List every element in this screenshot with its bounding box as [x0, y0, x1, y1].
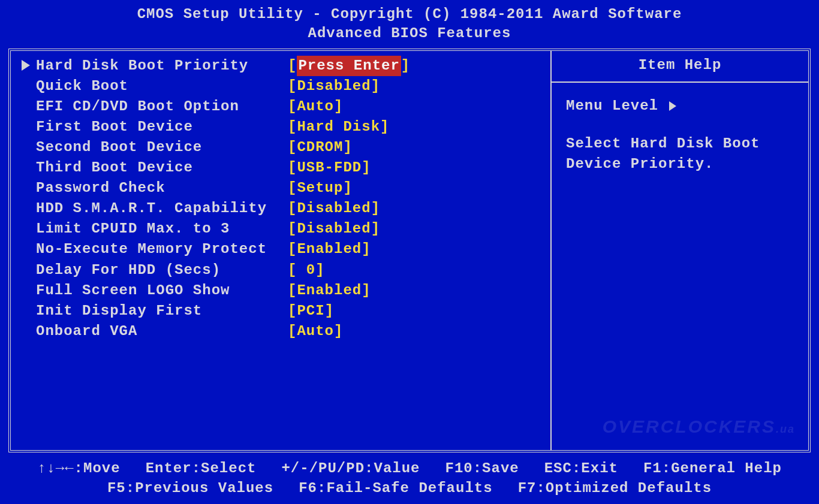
bracket-open: [: [288, 158, 297, 178]
key-legend: ↑↓→←:Move Enter:Select +/-/PU/PD:Value F…: [0, 458, 819, 498]
bracket-open: [: [288, 178, 297, 198]
setting-label: Full Screen LOGO Show: [36, 280, 288, 301]
setting-row[interactable]: HDD S.M.A.R.T. Capability[Disabled]: [16, 198, 546, 219]
bracket-open: [: [288, 137, 297, 158]
selection-cursor-icon: [16, 56, 36, 76]
setting-row[interactable]: Limit CPUID Max. to 3[Disabled]: [16, 219, 546, 239]
bracket-open: [: [288, 301, 297, 321]
bracket-close: ]: [401, 56, 410, 76]
setting-value[interactable]: 0: [297, 260, 315, 280]
setting-label: No-Execute Memory Protect: [36, 239, 288, 259]
hint-help: F1:General Help: [643, 458, 782, 478]
setting-row[interactable]: Quick Boot[Disabled]: [16, 76, 546, 96]
help-title: Item Help: [552, 51, 808, 83]
setting-row[interactable]: Second Boot Device[CDROM]: [16, 137, 546, 158]
setting-row[interactable]: Init Display First[PCI]: [16, 301, 546, 321]
menu-level-row: Menu Level: [566, 96, 797, 117]
bracket-close: ]: [343, 137, 352, 158]
hint-value: +/-/PU/PD:Value: [281, 458, 420, 478]
setting-row[interactable]: EFI CD/DVD Boot Option[Auto]: [16, 96, 546, 117]
setting-value[interactable]: Press Enter: [297, 56, 401, 76]
bracket-close: ]: [371, 198, 380, 219]
setting-label: Limit CPUID Max. to 3: [36, 219, 288, 239]
bracket-close: ]: [343, 178, 352, 198]
help-pane: Item Help Menu Level Select Hard Disk Bo…: [552, 51, 808, 450]
header-line-2: Advanced BIOS Features: [0, 24, 819, 43]
hint-previous: F5:Previous Values: [107, 478, 273, 498]
bracket-open: [: [288, 321, 297, 342]
setting-value[interactable]: Enabled: [297, 280, 362, 301]
setting-row[interactable]: No-Execute Memory Protect[Enabled]: [16, 239, 546, 259]
setting-row[interactable]: Onboard VGA[Auto]: [16, 321, 546, 342]
setting-label: Delay For HDD (Secs): [36, 260, 288, 280]
settings-pane: Hard Disk Boot Priority[Press Enter]Quic…: [11, 51, 552, 450]
setting-label: Second Boot Device: [36, 137, 288, 158]
setting-label: First Boot Device: [36, 117, 288, 137]
bracket-close: ]: [315, 260, 324, 280]
setting-value[interactable]: CDROM: [297, 137, 343, 158]
bracket-close: ]: [380, 117, 389, 137]
setting-label: Hard Disk Boot Priority: [36, 56, 288, 76]
hint-optimized: F7:Optimized Defaults: [518, 478, 712, 498]
setting-value[interactable]: Disabled: [297, 76, 371, 96]
bracket-open: [: [288, 96, 297, 117]
setting-label: Third Boot Device: [36, 158, 288, 178]
setting-label: EFI CD/DVD Boot Option: [36, 96, 288, 117]
setting-label: Quick Boot: [36, 76, 288, 96]
hint-save: F10:Save: [445, 458, 519, 478]
setting-value[interactable]: Hard Disk: [297, 117, 380, 137]
setting-value[interactable]: Auto: [297, 321, 334, 342]
key-legend-line-2: F5:Previous Values F6:Fail-Safe Defaults…: [0, 478, 819, 498]
bracket-close: ]: [334, 321, 343, 342]
header-line-1: CMOS Setup Utility - Copyright (C) 1984-…: [0, 5, 819, 24]
bracket-close: ]: [362, 158, 371, 178]
setting-value[interactable]: Enabled: [297, 239, 362, 259]
setting-label: HDD S.M.A.R.T. Capability: [36, 198, 288, 219]
setting-label: Password Check: [36, 178, 288, 198]
setting-row[interactable]: Delay For HDD (Secs)[ 0]: [16, 260, 546, 280]
setting-value[interactable]: Disabled: [297, 219, 371, 239]
bracket-open: [: [288, 260, 297, 280]
key-legend-line-1: ↑↓→←:Move Enter:Select +/-/PU/PD:Value F…: [0, 458, 819, 478]
setting-row[interactable]: Third Boot Device[USB-FDD]: [16, 158, 546, 178]
setting-value[interactable]: Auto: [297, 96, 334, 117]
bracket-open: [: [288, 117, 297, 137]
hint-exit: ESC:Exit: [544, 458, 618, 478]
setting-value[interactable]: Setup: [297, 178, 343, 198]
bracket-close: ]: [371, 219, 380, 239]
bios-header: CMOS Setup Utility - Copyright (C) 1984-…: [0, 0, 819, 46]
setting-label: Onboard VGA: [36, 321, 288, 342]
help-text: Select Hard Disk Boot Device Priority.: [566, 134, 797, 176]
setting-row[interactable]: First Boot Device[Hard Disk]: [16, 117, 546, 137]
hint-select: Enter:Select: [146, 458, 257, 478]
bracket-open: [: [288, 56, 297, 76]
bracket-open: [: [288, 239, 297, 259]
help-body: Menu Level Select Hard Disk Boot Device …: [552, 83, 808, 180]
bracket-close: ]: [362, 239, 371, 259]
bracket-close: ]: [334, 96, 343, 117]
bracket-open: [: [288, 280, 297, 301]
setting-label: Init Display First: [36, 301, 288, 321]
bracket-close: ]: [362, 280, 371, 301]
setting-row[interactable]: Hard Disk Boot Priority[Press Enter]: [16, 56, 546, 76]
hint-failsafe: F6:Fail-Safe Defaults: [299, 478, 492, 498]
setting-value[interactable]: PCI: [297, 301, 324, 321]
setting-value[interactable]: Disabled: [297, 198, 371, 219]
bracket-open: [: [288, 219, 297, 239]
bracket-open: [: [288, 198, 297, 219]
setting-value[interactable]: USB-FDD: [297, 158, 362, 178]
menu-level-arrow-icon: [669, 101, 676, 111]
bracket-close: ]: [325, 301, 334, 321]
bracket-close: ]: [371, 76, 380, 96]
setting-row[interactable]: Password Check[Setup]: [16, 178, 546, 198]
setting-row[interactable]: Full Screen LOGO Show[Enabled]: [16, 280, 546, 301]
main-frame: Hard Disk Boot Priority[Press Enter]Quic…: [8, 49, 811, 452]
menu-level-label: Menu Level: [566, 96, 658, 117]
hint-move: ↑↓→←:Move: [37, 458, 121, 478]
bracket-open: [: [288, 76, 297, 96]
